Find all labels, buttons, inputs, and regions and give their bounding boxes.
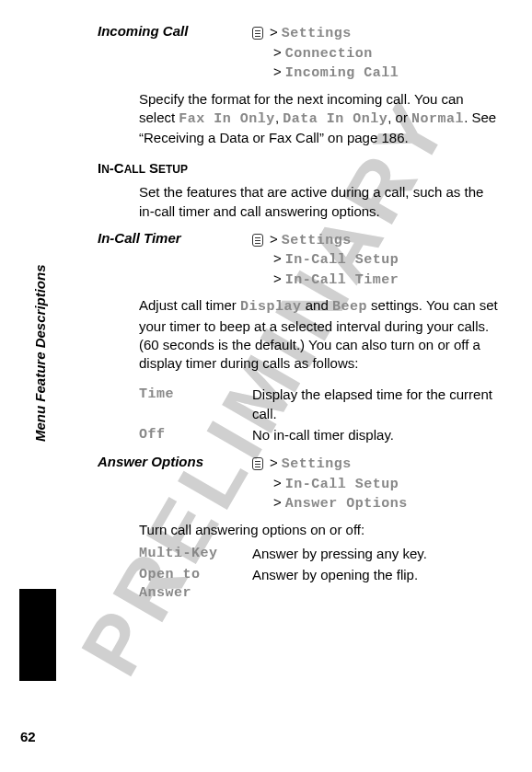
option-name: Off (139, 426, 252, 444)
incoming-call-feature: Incoming Call >Settings >Connection >Inc… (98, 23, 500, 83)
sidebar-label: Menu Feature Descriptions (32, 264, 48, 442)
menu-icon (252, 457, 263, 470)
feature-title: Incoming Call (98, 23, 252, 83)
answer-options-feature: Answer Options >Settings >In-Call Setup … (98, 454, 500, 513)
option-name: Multi-Key (139, 545, 252, 563)
in-call-timer-feature: In-Call Timer >Settings >In-Call Setup >… (98, 230, 500, 290)
main-content: Incoming Call >Settings >Connection >Inc… (98, 23, 500, 609)
nav-path: >Settings >In-Call Setup >In-Call Timer (252, 230, 399, 290)
menu-icon (252, 27, 263, 40)
incall-intro: Set the features that are active during … (139, 183, 500, 221)
tab-marker (19, 589, 56, 681)
feature-title: Answer Options (98, 454, 252, 513)
option-desc: Answer by opening the flip. (252, 566, 500, 604)
page-number: 62 (20, 729, 36, 744)
option-multi-key: Multi-Key Answer by pressing any key. (139, 545, 500, 563)
nav-connection: Connection (285, 46, 373, 62)
incoming-call-body: Specify the format for the next incoming… (139, 90, 500, 148)
nav-settings: Settings (282, 26, 352, 41)
option-name: Open to Answer (139, 566, 252, 604)
answer-options-intro: Turn call answering options on or off: (139, 521, 500, 539)
section-header-incall: IN-CALL SETUP (98, 160, 500, 176)
option-name: Time (139, 386, 252, 423)
option-off: Off No in-call timer display. (139, 426, 500, 444)
option-open-to-answer: Open to Answer Answer by opening the fli… (139, 566, 500, 604)
option-time: Time Display the elapsed time for the cu… (139, 386, 500, 423)
nav-path: >Settings >Connection >Incoming Call (252, 23, 399, 83)
feature-title: In-Call Timer (98, 230, 252, 290)
option-desc: No in-call timer display. (252, 426, 500, 444)
in-call-timer-body: Adjust call timer Display and Beep setti… (139, 296, 500, 373)
nav-incoming-call: Incoming Call (285, 65, 399, 81)
nav-path: >Settings >In-Call Setup >Answer Options (252, 454, 408, 513)
menu-icon (252, 234, 263, 247)
option-desc: Answer by pressing any key. (252, 545, 500, 563)
option-desc: Display the elapsed time for the current… (252, 386, 500, 423)
